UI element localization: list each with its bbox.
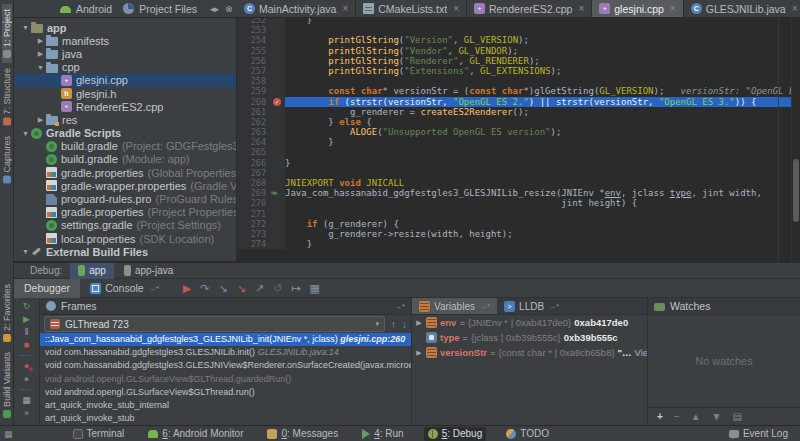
- pause-icon[interactable]: ‖: [25, 327, 29, 337]
- tab-variables[interactable]: Variables→*: [412, 298, 497, 314]
- close-icon[interactable]: ×: [670, 3, 676, 14]
- tool-strip-build-variants[interactable]: Build Variants: [2, 347, 12, 423]
- gutter[interactable]: [271, 35, 285, 45]
- tree-item-external-build-files[interactable]: ▼External Build Files: [14, 245, 236, 258]
- gutter[interactable]: [271, 137, 285, 147]
- line-number[interactable]: 253: [237, 25, 271, 35]
- close-panel-icon[interactable]: ⊗: [225, 4, 233, 14]
- gutter[interactable]: [271, 239, 285, 249]
- line-number[interactable]: 265: [237, 147, 271, 157]
- move-up-icon[interactable]: ▲: [691, 411, 701, 422]
- gutter[interactable]: [271, 66, 285, 76]
- step-into-icon[interactable]: ↘: [218, 282, 227, 295]
- status-item-4-run[interactable]: 4: Run: [358, 427, 407, 441]
- line-number[interactable]: 269: [237, 188, 271, 198]
- gutter[interactable]: [271, 86, 285, 96]
- close-icon[interactable]: ×: [578, 3, 584, 14]
- mute-breakpoints-icon[interactable]: ●: [24, 374, 29, 384]
- editor-tab-RendererES2.cpp[interactable]: +RendererES2.cpp×: [467, 0, 592, 17]
- line-number[interactable]: 254: [237, 35, 271, 45]
- frame-row[interactable]: art_quick_invoke_stub: [40, 412, 411, 425]
- editor-scrollbar[interactable]: [791, 18, 800, 261]
- gutter[interactable]: [271, 107, 285, 117]
- tree-expand-icon[interactable]: ▶: [35, 116, 46, 124]
- force-step-into-icon[interactable]: ↘: [237, 282, 246, 295]
- line-number[interactable]: 256: [237, 56, 271, 66]
- status-item-todo[interactable]: TODO: [502, 427, 553, 441]
- add-watch-icon[interactable]: +: [657, 411, 663, 422]
- editor-tab-glesjni.cpp[interactable]: +glesjni.cpp×: [592, 0, 683, 17]
- gutter[interactable]: [271, 168, 285, 178]
- frame-row[interactable]: ::Java_com_hassanabid_gdgfestgles3_GLESJ…: [40, 333, 411, 346]
- gutter[interactable]: [271, 158, 285, 168]
- tree-item-build-gradle[interactable]: build.gradle(Module: app): [14, 153, 236, 166]
- frame-row[interactable]: void android.opengl.GLSurfaceView$GLThre…: [40, 386, 411, 399]
- line-number[interactable]: 263: [237, 127, 271, 137]
- close-icon[interactable]: ×: [792, 3, 798, 14]
- tool-strip-captures[interactable]: Captures: [2, 131, 12, 189]
- expand-icon[interactable]: ▶: [415, 349, 423, 357]
- frame-row[interactable]: void com.hassanabid.gdgfestgles3.GLESJNI…: [40, 346, 411, 359]
- variable-row-type[interactable]: type={jclass | 0xb39b555c}0xb39b555c: [412, 330, 647, 345]
- step-out-icon[interactable]: ↗: [255, 282, 264, 295]
- evaluate-expression-icon[interactable]: ▦: [310, 282, 320, 295]
- variable-row-versionStr[interactable]: ▶versionStr={const char * | 0xa9cb65b8}"…: [412, 345, 647, 360]
- project-files-selector[interactable]: Project Files: [139, 3, 197, 15]
- editor-tab-CMakeLists.txt[interactable]: CMakeLists.txt×: [356, 0, 467, 17]
- gutter[interactable]: [271, 229, 285, 239]
- tree-expand-icon[interactable]: ▼: [20, 24, 31, 31]
- gutter[interactable]: [271, 117, 285, 127]
- gutter[interactable]: [271, 127, 285, 137]
- tool-strip-1-project[interactable]: 1: Project: [2, 4, 12, 63]
- line-number[interactable]: 255: [237, 46, 271, 56]
- editor-tab-GLESJNILib.java[interactable]: CGLESJNILib.java×: [684, 0, 800, 17]
- tree-item-settings-gradle[interactable]: settings.gradle(Project Settings): [14, 219, 236, 232]
- tab-debugger[interactable]: Debugger: [14, 279, 80, 298]
- breakpoint-icon[interactable]: [271, 97, 285, 107]
- project-view-selector[interactable]: Android: [76, 3, 112, 15]
- line-number[interactable]: 273: [237, 229, 271, 239]
- tree-item-java[interactable]: ▶java: [14, 47, 236, 60]
- expand-icon[interactable]: ▶: [415, 319, 423, 327]
- gutter[interactable]: [271, 18, 285, 25]
- line-number[interactable]: 258: [237, 76, 271, 86]
- line-number[interactable]: 268: [237, 178, 271, 188]
- show-execution-point-icon[interactable]: ▶: [183, 282, 191, 295]
- tree-item-gradle-scripts[interactable]: ▼Gradle Scripts: [14, 127, 236, 140]
- gutter[interactable]: [271, 76, 285, 86]
- line-number[interactable]: 252: [237, 18, 271, 25]
- editor-tab-MainActivity.java[interactable]: CMainActivity.java×: [237, 0, 356, 17]
- status-item-5-debug[interactable]: 5: Debug: [424, 427, 487, 441]
- tree-item-proguard-rules-pro[interactable]: proguard-rules.pro(ProGuard Rules for ap…: [14, 192, 236, 205]
- line-number[interactable]: 274: [237, 239, 271, 249]
- tree-item-rendereres2-cpp[interactable]: +RendererES2.cpp: [14, 100, 236, 113]
- tree-item-res[interactable]: ▶res: [14, 113, 236, 126]
- resume-icon[interactable]: ▶: [23, 314, 30, 324]
- status-item-terminal[interactable]: Terminal: [69, 427, 129, 441]
- tree-item-gradle-wrapper-properties[interactable]: gradle-wrapper.properties(Gradle Version…: [14, 179, 236, 192]
- tool-strip-7-structure[interactable]: 7: Structure: [2, 63, 12, 131]
- gutter[interactable]: [271, 46, 285, 56]
- gutter[interactable]: [271, 56, 285, 66]
- move-down-icon[interactable]: ▼: [712, 411, 722, 422]
- line-number[interactable]: 257: [237, 66, 271, 76]
- debug-session-tab-app[interactable]: app: [70, 263, 114, 279]
- tree-item-glesjni-h[interactable]: hglesjni.h: [14, 87, 236, 100]
- tree-item-build-gradle[interactable]: build.gradle(Project: GDGFestgles3): [14, 140, 236, 153]
- variable-row-env[interactable]: ▶env={JNIEnv * | 0xab417de0}0xab417de0: [412, 315, 647, 330]
- drop-frame-icon[interactable]: ↺: [273, 282, 282, 295]
- scrollbar-thumb[interactable]: [793, 159, 799, 222]
- step-over-icon[interactable]: ↷: [200, 282, 209, 295]
- stop-icon[interactable]: ■: [24, 340, 29, 350]
- tree-item-gradle-properties[interactable]: gradle.properties(Global Properties): [14, 166, 236, 179]
- jni-jump-icon[interactable]: ⇆⇆: [271, 188, 285, 198]
- duplicate-icon[interactable]: ▤: [733, 411, 742, 422]
- previous-frame-icon[interactable]: ↑: [391, 319, 396, 330]
- line-number[interactable]: 261: [237, 107, 271, 117]
- rerun-icon[interactable]: ↻: [23, 301, 31, 311]
- tree-expand-icon[interactable]: ▶: [35, 37, 46, 45]
- frame-row[interactable]: void android.opengl.GLSurfaceView$GLThre…: [40, 373, 411, 386]
- debug-session-tab-app-java[interactable]: app-java: [116, 263, 181, 279]
- tree-expand-icon[interactable]: ▶: [35, 50, 46, 58]
- line-number[interactable]: 259: [237, 86, 271, 96]
